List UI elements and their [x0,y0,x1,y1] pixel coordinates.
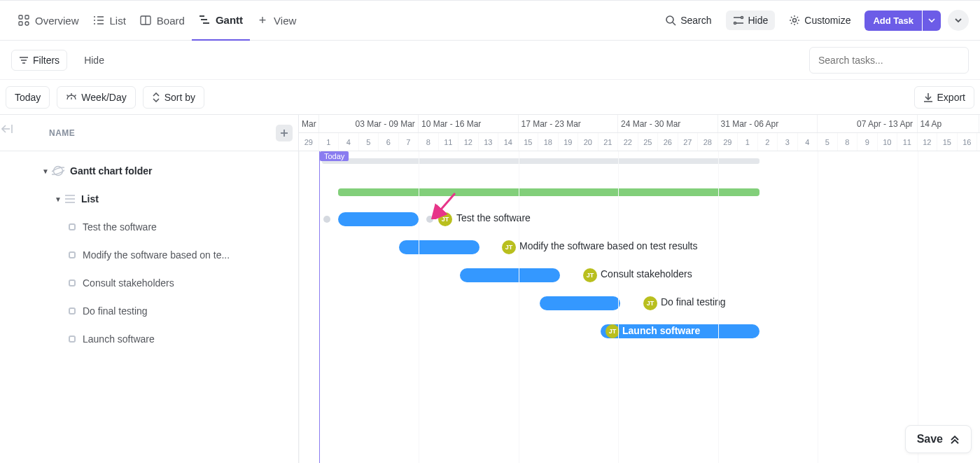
today-pill: Today [320,151,349,161]
list-icon [64,194,76,204]
task-bar-label: Test the software [456,212,531,223]
folder-summary-bar[interactable] [322,158,760,164]
status-dot [69,307,76,315]
tab-list[interactable]: List [86,0,133,41]
svg-point-18 [741,17,743,19]
day-cell: 2 [758,133,778,151]
save-button[interactable]: Save [905,425,972,453]
task-bar[interactable] [460,268,560,282]
assignee-avatar[interactable]: JT [583,268,597,282]
svg-line-27 [75,95,76,96]
hide-button[interactable]: Hide [726,11,776,30]
day-cell: 4 [339,133,359,151]
folder-name: Gantt chart folder [70,165,152,177]
day-cell: 6 [379,133,399,151]
day-cell: 29 [718,133,738,151]
save-label: Save [917,433,943,445]
day-cell: 7 [399,133,419,151]
week-label: 03 Mar - 09 Mar [319,115,419,132]
task-name: Modify the software based on te... [83,249,230,261]
sort-button[interactable]: Sort by [143,86,204,109]
add-view-button[interactable]: + View [250,0,303,41]
day-cell: 26 [658,133,678,151]
svg-line-40 [436,193,455,215]
zoom-button[interactable]: Week/Day [57,86,135,109]
task-start-handle[interactable] [323,216,330,223]
filters-button[interactable]: Filters [11,50,67,71]
overview-icon [18,15,29,26]
plus-icon: + [257,15,268,26]
search-button[interactable]: Search [658,11,718,30]
chevron-down-icon [954,16,962,25]
day-cell: 28 [698,133,718,151]
assignee-avatar[interactable]: JT [643,296,657,310]
svg-point-3 [25,22,29,25]
grid-line [419,151,419,463]
day-cell: 8 [838,133,858,151]
assignee-avatar[interactable]: JT [606,324,620,338]
day-cell: 19 [559,133,579,151]
add-column-button[interactable] [276,125,293,141]
zoom-icon [66,92,77,102]
add-task-dropdown[interactable] [923,11,941,31]
tree-task[interactable]: Modify the software based on te... [0,241,298,269]
more-menu-button[interactable] [948,10,969,31]
task-bar[interactable] [338,212,419,226]
day-cell: 16 [958,133,978,151]
status-dot [69,279,76,286]
chevron-double-up-icon [950,434,960,444]
export-button[interactable]: Export [914,86,974,109]
gantt-chart[interactable]: Mar 03 Mar - 09 Mar 10 Mar - 16 Mar 17 M… [299,115,980,463]
tree-folder[interactable]: ▼ Gantt chart folder [0,157,298,185]
add-task-button[interactable]: Add Task [864,11,922,31]
tab-gantt[interactable]: Gantt [192,0,250,41]
caret-down-icon[interactable]: ▼ [52,195,64,203]
week-label: 07 Apr - 13 Apr [818,115,918,132]
caret-down-icon[interactable]: ▼ [39,167,52,175]
folder-icon [52,165,64,177]
tree-task[interactable]: Test the software [0,213,298,241]
search-label: Search [680,15,711,26]
svg-rect-0 [19,15,22,19]
today-button[interactable]: Today [6,86,50,109]
day-cell: 14 [498,133,519,151]
tab-label: Board [157,15,185,27]
assignee-avatar[interactable]: JT [502,240,516,254]
svg-point-4 [94,16,95,18]
annotation-arrow-icon [430,190,458,219]
task-bar[interactable] [399,240,479,254]
status-dot [69,251,76,258]
tree-task[interactable]: Launch software [0,325,298,353]
collapse-panel-icon[interactable] [1,123,13,134]
today-line [319,151,321,463]
day-cell: 5 [818,133,838,151]
tree-task[interactable]: Do final testing [0,297,298,325]
day-cell: 13 [479,133,499,151]
board-icon [140,15,151,26]
task-name: Test the software [83,221,157,233]
hide-columns-button[interactable]: Hide [84,55,104,66]
task-bar-label: Launch software [622,325,700,336]
day-cell: 3 [778,133,798,151]
week-label: 14 Ap [918,115,979,132]
day-cell: 25 [638,133,659,151]
column-header-name[interactable]: NAME [0,115,298,151]
day-cell: 1 [319,133,340,151]
tree-task[interactable]: Consult stakeholders [0,269,298,297]
filters-label: Filters [33,55,59,66]
task-bar-label: Modify the software based on test result… [519,240,697,251]
gear-icon [789,15,800,26]
grid-line [818,151,818,463]
list-name: List [81,193,99,205]
svg-rect-1 [25,15,29,19]
tab-overview[interactable]: Overview [11,0,86,41]
hide-icon [733,15,744,26]
tree-list[interactable]: ▼ List [0,185,298,213]
list-summary-bar[interactable] [338,188,760,196]
search-icon [665,15,676,26]
customize-button[interactable]: Customize [782,11,858,30]
search-input[interactable] [809,47,969,74]
tab-board[interactable]: Board [133,0,192,41]
task-bar[interactable] [540,296,620,310]
gantt-icon [199,14,210,25]
